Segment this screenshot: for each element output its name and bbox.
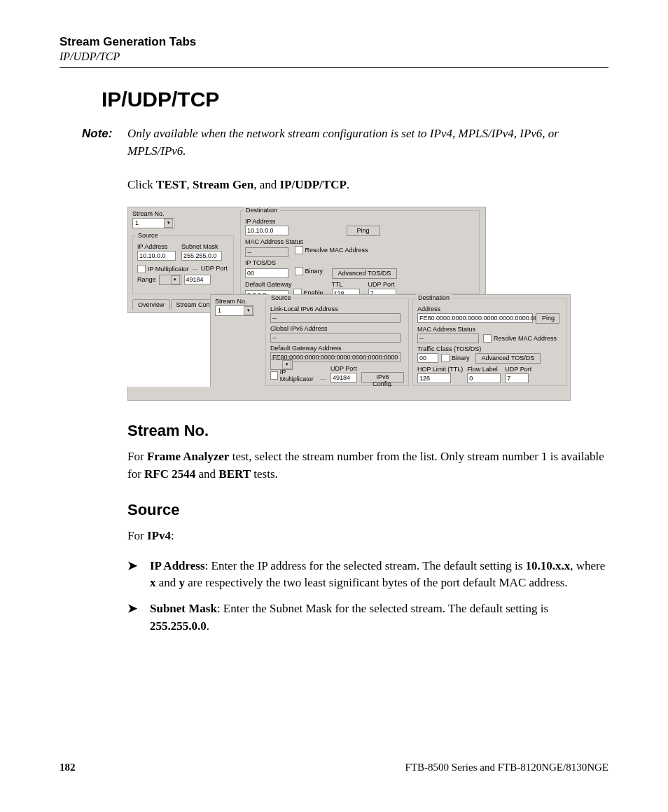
note-text: Only available when the network stream c…	[127, 125, 608, 160]
dest-udp-port-label: UDP Port	[368, 281, 396, 288]
flow-label-input[interactable]: 0	[467, 373, 501, 383]
stream-no-label-bot: Stream No.	[215, 298, 261, 305]
ip-tos-label: IP TOS/DS	[245, 259, 475, 266]
src-udp-port-input[interactable]: 49184	[184, 275, 211, 284]
ip-address-label: IP Address	[137, 243, 176, 250]
footer-product: FTB-8500 Series and FTB-8120NGE/8130NGE	[405, 762, 608, 773]
source-intro: For IPv4:	[127, 528, 608, 545]
resolve-mac-checkbox-bot[interactable]: Resolve MAC Address	[483, 334, 557, 343]
range-label: Range	[137, 276, 156, 283]
global-ipv6-label: Global IPv6 Address	[270, 325, 404, 332]
chevron-down-icon: ▾	[171, 275, 180, 284]
ipv6-config-button[interactable]: IPv6 Config.	[361, 372, 404, 383]
binary-checkbox[interactable]: Binary	[295, 267, 323, 275]
default-gateway-label: Default Gateway	[245, 281, 323, 288]
range-dropdown[interactable]: ▾	[159, 275, 181, 285]
src-udp-port-input-bot[interactable]: 49184	[330, 373, 357, 383]
mac-status-label-bot: MAC Address Status	[417, 326, 562, 333]
source-group-label-bot: Source	[269, 294, 293, 301]
bullet-arrow-icon: ➤	[127, 600, 150, 635]
header-rule	[60, 67, 608, 68]
source-group-label: Source	[136, 232, 160, 239]
bullet-subnet-mask: ➤ Subnet Mask: Enter the Subnet Mask for…	[127, 600, 608, 635]
chevron-down-icon: ▾	[164, 219, 173, 228]
dest-ip-input[interactable]: 10.10.0.0	[245, 226, 288, 235]
advanced-tos-button[interactable]: Advanced TOS/DS	[332, 268, 398, 279]
panel-ipv6: Stream No. 1▾ Source Link-Local IPv6 Add…	[210, 294, 571, 401]
dest-udp-port-input-bot[interactable]: 7	[505, 373, 529, 383]
hop-limit-label: HOP Limit (TTL)	[417, 366, 463, 373]
link-local-label: Link-Local IPv6 Address	[270, 305, 404, 312]
mac-status-field: --	[245, 247, 288, 257]
main-title: IP/UDP/TCP	[102, 88, 608, 111]
page-number: 182	[60, 762, 76, 773]
hop-limit-input[interactable]: 128	[417, 373, 451, 383]
stream-no-dropdown[interactable]: 1▾	[132, 218, 174, 228]
range-dropdown-bot[interactable]: ▾	[270, 359, 293, 370]
ip-multiplicator-checkbox[interactable]: IP Multiplicator	[137, 265, 189, 273]
ui-screenshot: Stream No. 1▾ Source IP Address 10.10.0.…	[127, 207, 608, 401]
resolve-mac-checkbox[interactable]: Resolve MAC Address	[295, 246, 368, 254]
subnet-mask-input[interactable]: 255.255.0.0	[181, 251, 222, 261]
chevron-down-icon: ▾	[244, 306, 253, 315]
flow-label-label: Flow Label	[467, 366, 501, 373]
ping-button[interactable]: Ping	[347, 226, 380, 236]
bullet-arrow-icon: ➤	[127, 558, 150, 592]
ip-address-input[interactable]: 10.10.0.0	[137, 251, 176, 261]
stream-no-dropdown-bot[interactable]: 1▾	[215, 305, 254, 316]
ttl-label: TTL	[332, 281, 360, 288]
ip-tos-input[interactable]: 00	[245, 268, 288, 278]
stream-no-paragraph: For Frame Analyzer test, select the stre…	[127, 448, 608, 483]
bullet-ip-address: ➤ IP Address: Enter the IP address for t…	[127, 558, 608, 592]
section-title-stream-no: Stream No.	[127, 422, 608, 440]
section-title-source: Source	[127, 501, 608, 519]
note-label: Note:	[82, 125, 127, 160]
destination-group-label-bot: Destination	[416, 294, 452, 301]
udp-port-label: UDP Port	[201, 265, 228, 272]
udp-port-label-bot: UDP Port	[330, 365, 357, 372]
subnet-mask-label: Subnet Mask	[181, 243, 222, 250]
stream-no-label: Stream No.	[132, 210, 237, 217]
header-subtitle: IP/UDP/TCP	[60, 50, 608, 63]
header-title: Stream Generation Tabs	[60, 35, 608, 49]
click-instruction: Click TEST, Stream Gen, and IP/UDP/TCP.	[127, 177, 608, 194]
chevron-down-icon: ▾	[282, 360, 291, 369]
dest-addr-input[interactable]: FE80:0000:0000:0000:0000:0000:0000:0000	[417, 313, 533, 323]
dest-ip-label: IP Address	[245, 218, 475, 225]
dest-addr-label: Address	[417, 305, 562, 312]
global-ipv6-field: --	[270, 333, 401, 343]
bottom-tab-strip	[127, 387, 571, 401]
mac-status-label: MAC Address Status	[245, 238, 475, 245]
traffic-class-label: Traffic Class (TOS/DS)	[417, 345, 562, 352]
ip-multiplicator-checkbox-bot[interactable]: IP Multiplicator	[270, 369, 316, 383]
tab-overview[interactable]: Overview	[132, 299, 170, 310]
mac-status-field-bot: --	[417, 333, 479, 343]
ping-button-bot[interactable]: Ping	[536, 313, 559, 324]
binary-checkbox-bot[interactable]: Binary	[441, 354, 470, 362]
advanced-tos-button-bot[interactable]: Advanced TOS/DS	[475, 353, 541, 364]
default-gateway-label-bot: Default Gateway Address	[270, 345, 404, 352]
destination-group-label: Destination	[244, 207, 279, 214]
link-local-field: --	[270, 313, 401, 323]
dest-udp-port-label-bot: UDP Port	[505, 366, 531, 373]
traffic-class-input[interactable]: 00	[417, 353, 438, 363]
